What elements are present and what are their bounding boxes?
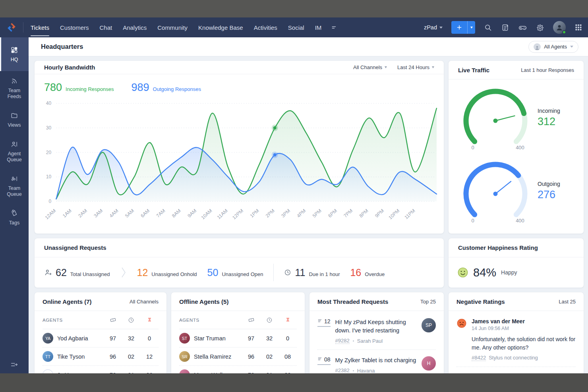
rating-timestamp: 14 Jun 09:56 AM bbox=[472, 326, 576, 331]
search-icon[interactable] bbox=[484, 23, 492, 32]
zoho-desk-logo[interactable] bbox=[0, 22, 23, 33]
agent-avatar: ST bbox=[179, 333, 190, 344]
tickets-column-icon bbox=[104, 317, 122, 323]
nav-tab-community[interactable]: Community bbox=[157, 17, 188, 37]
nav-tab-im[interactable]: IM bbox=[315, 17, 322, 37]
agent-name: Star Truman bbox=[194, 335, 226, 342]
contacts-book-icon[interactable] bbox=[501, 23, 509, 32]
svg-text:400: 400 bbox=[516, 145, 524, 151]
svg-text:12AM: 12AM bbox=[44, 208, 57, 220]
outgoing-gauge: 0400 bbox=[456, 156, 535, 226]
sidebar-item-tags[interactable]: Tags bbox=[0, 203, 29, 232]
svg-text:4AM: 4AM bbox=[108, 208, 120, 218]
incoming-total-value: 780 bbox=[44, 81, 62, 94]
time-range-dropdown[interactable]: Last 24 Hours bbox=[397, 64, 434, 70]
negative-last25-filter[interactable]: Last 25 bbox=[559, 299, 576, 305]
offline-agents-title: Offline Agents (5) bbox=[179, 298, 228, 305]
outgoing-total-label: Outgoing Responses bbox=[153, 86, 201, 92]
vertical-divider bbox=[273, 264, 274, 281]
time-column-icon bbox=[122, 317, 140, 323]
sidebar-item-views[interactable]: Views bbox=[0, 106, 29, 134]
page-title: Headquarters bbox=[41, 43, 83, 50]
svg-text:0: 0 bbox=[49, 199, 52, 204]
all-agents-label: All Agents bbox=[544, 44, 567, 50]
agent-avatar: YA bbox=[43, 333, 53, 344]
total-unassigned-stat[interactable]: 62 Total Unassigned bbox=[44, 267, 110, 278]
online-agents-channel-filter[interactable]: All Channels bbox=[130, 299, 159, 305]
svg-text:0: 0 bbox=[471, 218, 474, 224]
thread-item[interactable]: 12 Hi! My zPad Keeps shutting down. I've… bbox=[317, 312, 436, 350]
workspace-dropdown[interactable]: zPad bbox=[424, 24, 443, 31]
workspace-label: zPad bbox=[424, 24, 437, 31]
negative-rating-item[interactable]: James van der Meer 14 Jun 09:56 AM Unfor… bbox=[456, 312, 576, 367]
due-label: Due in 1 hour bbox=[309, 271, 340, 277]
agent-name: Yod Agbaria bbox=[57, 335, 88, 342]
svg-text:1AM: 1AM bbox=[62, 208, 73, 218]
nav-tab-social[interactable]: Social bbox=[288, 17, 304, 37]
happiness-title: Customer Happiness Rating bbox=[458, 244, 538, 251]
sidebar-item-label: Team Queue bbox=[1, 185, 28, 198]
sidebar-item-hq[interactable]: HQ bbox=[0, 37, 29, 71]
nav-tab-analytics[interactable]: Analytics bbox=[123, 17, 147, 37]
nav-more-tabs-icon[interactable] bbox=[330, 24, 337, 31]
sidebar-item-team-feeds[interactable]: Team Feeds bbox=[0, 71, 29, 106]
unassigned-open-stat[interactable]: 50 Unassigned Open bbox=[207, 267, 263, 278]
rating-ticket-id[interactable]: #8422 bbox=[472, 355, 486, 361]
overdue-column-hourglass-icon bbox=[279, 317, 297, 323]
settings-gear-icon[interactable] bbox=[536, 23, 544, 32]
agent-row[interactable]: STStar Truman 97 32 0 bbox=[179, 329, 297, 348]
thread-contact: Havana bbox=[357, 368, 375, 374]
nav-tab-customers[interactable]: Customers bbox=[60, 17, 89, 37]
unassigned-onhold-stat[interactable]: 12 Unassigned Onhold bbox=[137, 267, 197, 278]
agent-row[interactable]: TTTike Tyson 96 02 12 bbox=[43, 348, 159, 366]
all-agents-dropdown[interactable]: All Agents bbox=[528, 41, 578, 53]
thread-ticket-id[interactable]: #9282 bbox=[335, 338, 350, 344]
contact-avatar: H bbox=[422, 356, 436, 371]
thread-ticket-id[interactable]: #2382 bbox=[335, 367, 350, 374]
brand-divider bbox=[23, 22, 23, 33]
sidebar-collapse-toggle[interactable] bbox=[0, 360, 29, 369]
due-in-1-hour-stat[interactable]: 11 Due in 1 hour bbox=[284, 267, 340, 278]
outgoing-gauge-value: 276 bbox=[538, 189, 560, 201]
chevron-down-icon bbox=[570, 46, 573, 48]
gamepad-icon[interactable] bbox=[518, 23, 527, 32]
dashboard-content: Hourly Bandwidth All Channels Last 24 Ho… bbox=[29, 56, 588, 392]
sidebar-item-team-queue[interactable]: Team Queue bbox=[0, 169, 29, 203]
nav-tab-tickets[interactable]: Tickets bbox=[31, 17, 49, 37]
add-options-caret[interactable] bbox=[467, 21, 475, 34]
live-traffic-card: Live Traffic Last 1 hour Responses 0400 … bbox=[448, 60, 584, 234]
team-queue-icon bbox=[10, 175, 18, 183]
overdue-label: Overdue bbox=[365, 271, 385, 277]
main-area: Headquarters All Agents Hourly Bandwidth… bbox=[29, 37, 588, 392]
sidebar-item-agent-queue[interactable]: Agent Queue bbox=[0, 134, 29, 169]
sidebar-item-label: Agent Queue bbox=[1, 151, 28, 163]
apps-grid-icon[interactable] bbox=[574, 23, 582, 31]
agents-column-header: AGENTS bbox=[43, 318, 104, 322]
svg-text:6AM: 6AM bbox=[139, 208, 151, 218]
nav-tab-chat[interactable]: Chat bbox=[99, 17, 112, 37]
online-status-dot bbox=[562, 30, 566, 34]
agent-row[interactable]: YAYod Agbaria 97 32 0 bbox=[43, 329, 159, 348]
user-avatar[interactable] bbox=[553, 21, 566, 34]
overdue-value: 16 bbox=[350, 267, 361, 278]
feeds-icon bbox=[10, 77, 18, 85]
overdue-stat[interactable]: 16 Overdue bbox=[350, 267, 385, 278]
plus-icon[interactable] bbox=[451, 21, 467, 34]
svg-text:4PM: 4PM bbox=[296, 208, 307, 218]
incoming-gauge-label: Incoming bbox=[538, 108, 560, 114]
thread-subject: My Zylker Tablet is not charging bbox=[335, 356, 417, 365]
threads-top25-filter[interactable]: Top 25 bbox=[420, 299, 436, 305]
thread-count: 12 bbox=[324, 318, 331, 324]
agent-name: Stella Ramirez bbox=[194, 353, 231, 360]
sidebar-item-label: Tags bbox=[9, 220, 19, 226]
agent-row[interactable]: SRStella Ramirez 96 02 08 bbox=[179, 348, 297, 366]
nav-tab-knowledge-base[interactable]: Knowledge Base bbox=[198, 17, 243, 37]
hq-grid-icon bbox=[10, 46, 18, 54]
overdue-column-hourglass-icon bbox=[140, 317, 159, 323]
add-new-button[interactable] bbox=[451, 21, 475, 34]
agents-table-header: AGENTS bbox=[43, 311, 159, 329]
screen-letterbox-bottom bbox=[0, 373, 588, 392]
nav-tab-activities[interactable]: Activities bbox=[254, 17, 277, 37]
channels-filter-dropdown[interactable]: All Channels bbox=[353, 64, 387, 70]
incoming-gauge: 0400 bbox=[456, 83, 535, 153]
